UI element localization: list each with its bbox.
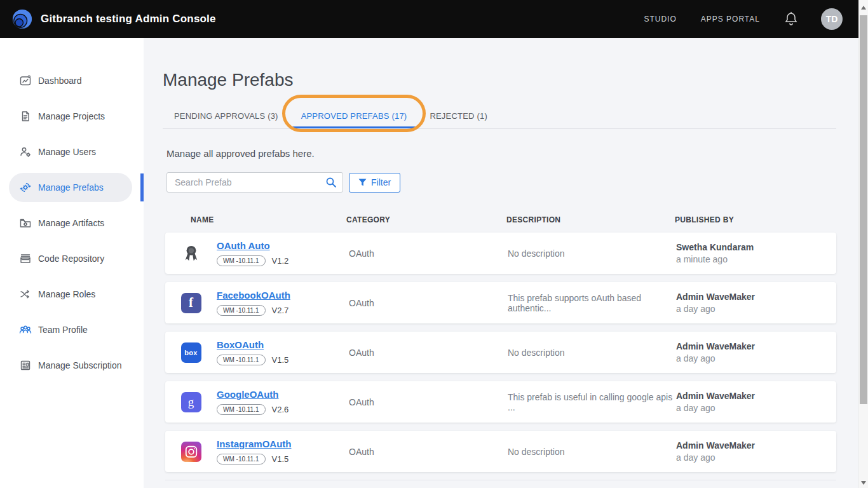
google-icon: g (181, 392, 201, 412)
wm-version-badge: WM -10.11.1 (217, 404, 266, 415)
user-avatar[interactable]: TD (821, 8, 843, 30)
sidebar-item-label: Manage Roles (38, 289, 95, 299)
sidebar-item-manage-artifacts[interactable]: Manage Artifacts (9, 208, 132, 238)
prefab-description: This prefab is useful in calling google … (508, 392, 676, 412)
artifacts-folder-icon (19, 217, 32, 229)
column-header-description: DESCRIPTION (506, 215, 675, 224)
column-header-published-by: PUBLISHED BY (675, 215, 836, 224)
instagram-icon (181, 442, 201, 462)
sidebar-item-manage-users[interactable]: Manage Users (9, 137, 132, 166)
table-row: OAuth Auto WM -10.11.1 V1.2 OAuth No des… (165, 233, 836, 274)
prefab-description: No description (508, 248, 676, 259)
prefab-category: OAuth (349, 248, 508, 259)
table-row: f FacebookOAuth WM -10.11.1 V2.7 OAuth T… (165, 282, 836, 323)
sidebar-item-team-profile[interactable]: Team Profile (9, 315, 132, 344)
prefab-version: V1.5 (272, 454, 289, 464)
sidebar-item-dashboard[interactable]: Dashboard (9, 66, 132, 95)
scrollbar-down-arrow-icon[interactable] (861, 481, 866, 485)
prefab-name-link[interactable]: OAuth Auto (217, 240, 270, 251)
projects-document-icon (19, 110, 32, 123)
prefab-version: V2.7 (272, 306, 289, 315)
sidebar-item-label: Manage Prefabs (38, 182, 104, 193)
sidebar-item-manage-subscription[interactable]: Manage Subscription (9, 351, 132, 380)
sidebar-item-code-repository[interactable]: Code Repository (9, 244, 132, 273)
prefab-version: V2.6 (272, 405, 289, 414)
sidebar-item-label: Manage Subscription (38, 360, 122, 370)
scrollbar-thumb[interactable] (860, 15, 867, 404)
main-content: Manage Prefabs PENDING APPROVALS (3) APP… (144, 38, 858, 488)
tab-description-text: Manage all approved prefabs here. (166, 148, 836, 159)
sidebar-item-label: Manage Projects (38, 111, 105, 121)
table-row: InstagramOAuth WM -10.11.1 V1.5 OAuth No… (165, 431, 836, 472)
publisher-name: Admin WaveMaker (676, 391, 836, 401)
facebook-icon: f (181, 293, 201, 313)
prefab-description: No description (508, 447, 676, 457)
table-row: g GoogleOAuth WM -10.11.1 V2.6 OAuth Thi… (165, 381, 836, 423)
prefab-name-link[interactable]: GoogleOAuth (217, 389, 279, 400)
tab-rejected[interactable]: REJECTED (1) (418, 103, 499, 128)
wm-version-badge: WM -10.11.1 (217, 255, 266, 266)
nav-link-apps-portal[interactable]: APPS PORTAL (701, 15, 760, 24)
search-box (166, 172, 343, 193)
top-app-bar: Gitbranch testing Admin Console STUDIO A… (0, 0, 868, 38)
filter-button[interactable]: Filter (349, 173, 400, 193)
prefab-name-link[interactable]: BoxOAuth (217, 339, 264, 350)
sidebar-item-label: Manage Users (38, 147, 96, 157)
box-icon: box (181, 342, 201, 363)
sidebar-item-label: Code Repository (38, 254, 104, 264)
table-header-row: NAME CATEGORY DESCRIPTION PUBLISHED BY (163, 215, 836, 224)
publish-time: a day ago (676, 304, 836, 314)
prefab-category: OAuth (349, 397, 508, 407)
app-title: Gitbranch testing Admin Console (41, 13, 216, 25)
page-title: Manage Prefabs (163, 70, 836, 90)
scrollbar-up-arrow-icon[interactable] (861, 6, 866, 10)
prefab-category: OAuth (349, 348, 508, 358)
publisher-name: Admin WaveMaker (676, 292, 836, 302)
filter-button-label: Filter (371, 177, 391, 187)
team-people-icon (19, 323, 32, 336)
user-gear-icon (19, 146, 32, 158)
filter-funnel-icon (358, 179, 367, 187)
code-repository-icon (19, 252, 32, 265)
list-bottom-divider (165, 480, 836, 480)
prefab-category: OAuth (349, 298, 508, 308)
prefab-version: V1.5 (272, 355, 289, 365)
nav-link-studio[interactable]: STUDIO (644, 15, 676, 24)
publish-time: a day ago (676, 403, 836, 413)
prefab-name-link[interactable]: FacebookOAuth (217, 290, 290, 301)
publisher-name: Admin WaveMaker (676, 440, 836, 451)
sidebar-item-manage-prefabs[interactable]: Manage Prefabs (9, 173, 132, 202)
publish-time: a day ago (676, 452, 836, 463)
sidebar-item-manage-projects[interactable]: Manage Projects (9, 102, 132, 131)
wm-version-badge: WM -10.11.1 (217, 305, 266, 316)
search-prefab-input[interactable] (166, 172, 343, 193)
dashboard-icon (19, 74, 32, 87)
wm-version-badge: WM -10.11.1 (217, 355, 266, 365)
tab-approved-prefabs-label: APPROVED PREFABS (17) (301, 111, 407, 121)
table-row: box BoxOAuth WM -10.11.1 V1.5 OAuth No d… (165, 332, 836, 373)
column-header-name: NAME (191, 215, 346, 224)
wm-version-badge: WM -10.11.1 (217, 454, 266, 464)
shuffle-roles-icon (19, 288, 32, 301)
publish-time: a day ago (676, 353, 836, 363)
sidebar-nav: Dashboard Manage Projects Manage Users (0, 38, 144, 488)
tab-bar: PENDING APPROVALS (3) APPROVED PREFABS (… (163, 103, 836, 129)
column-header-category: CATEGORY (346, 215, 506, 224)
vertical-scrollbar[interactable] (858, 0, 868, 488)
tab-pending-approvals[interactable]: PENDING APPROVALS (3) (163, 103, 290, 128)
tab-approved-prefabs[interactable]: APPROVED PREFABS (17) (290, 103, 419, 128)
sidebar-item-label: Team Profile (38, 325, 88, 335)
prefab-name-link[interactable]: InstagramOAuth (217, 438, 292, 449)
prefab-version: V1.2 (272, 256, 289, 266)
notifications-bell-icon[interactable] (784, 11, 798, 27)
search-icon[interactable] (325, 177, 337, 188)
sidebar-item-manage-roles[interactable]: Manage Roles (9, 280, 132, 309)
publisher-name: Swetha Kundaram (676, 242, 836, 252)
prefab-category: OAuth (349, 447, 508, 457)
prefab-description: This prefab supports oAuth based authent… (508, 293, 676, 313)
wavemaker-logo-icon (11, 8, 33, 30)
sidebar-item-label: Manage Artifacts (38, 218, 104, 228)
prefab-description: No description (508, 348, 676, 358)
subscription-document-icon (19, 359, 32, 372)
publish-time: a minute ago (676, 254, 836, 264)
